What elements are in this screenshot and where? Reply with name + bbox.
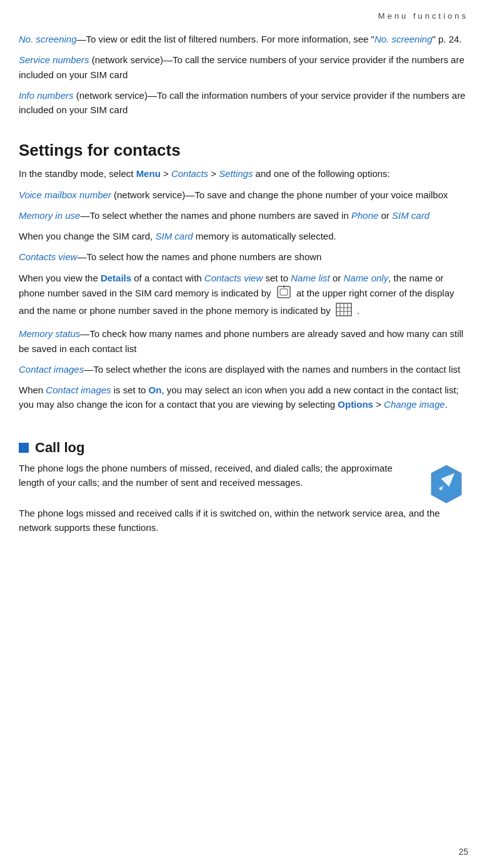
voice-mailbox-para: Voice mailbox number (network service)—T… <box>19 188 468 202</box>
voice-mailbox-text: (network service)—To save and change the… <box>111 189 448 200</box>
details-mid2: set to <box>263 273 291 283</box>
contacts-view-link: Contacts view <box>19 251 77 262</box>
when-mid: is set to <box>111 385 149 395</box>
call-log-row: The phone logs the phone numbers of miss… <box>19 461 468 506</box>
service-numbers-link: Service numbers <box>19 54 89 65</box>
call-log-heading-text: Call log <box>35 440 84 456</box>
svg-rect-1 <box>280 289 288 295</box>
contact-images-link: Contact images <box>19 364 84 375</box>
details-link: Details <box>101 273 131 283</box>
memory-in-use-link: Memory in use <box>19 210 80 221</box>
no-screening-link: No. screening <box>19 34 77 44</box>
menu-link: Menu <box>136 168 161 179</box>
sim-indicator-icon <box>276 285 291 303</box>
when-contact-images-text: When <box>19 385 46 395</box>
gt2: > <box>208 168 219 179</box>
standby-intro-para: In the standby mode, select Menu > Conta… <box>19 166 468 181</box>
or2: or <box>330 273 344 283</box>
service-numbers-para: Service numbers (network service)—To cal… <box>19 53 468 82</box>
gt3: > <box>373 399 384 410</box>
settings-heading: Settings for contacts <box>19 141 468 160</box>
sim-change-text: When you change the SIM card, <box>19 231 155 241</box>
call-log-text-area: The phone logs the phone numbers of miss… <box>19 461 418 497</box>
standby-intro-text: In the standby mode, select <box>19 168 136 179</box>
name-only-link: Name only <box>343 273 388 283</box>
no-screening-para: No. screening—To view or edit the list o… <box>19 32 468 46</box>
svg-rect-0 <box>278 286 290 298</box>
memory-in-use-text: —To select whether the names and phone n… <box>80 210 351 221</box>
phone-link: Phone <box>351 210 378 221</box>
name-list-link: Name list <box>291 273 330 283</box>
details-text3: . <box>357 305 359 316</box>
settings-link: Settings <box>219 168 253 179</box>
standby-end: and one of the following options: <box>253 168 389 179</box>
contacts-view2-link: Contacts view <box>204 273 263 283</box>
no-screening-text2: " p. 24. <box>432 34 461 44</box>
memory-status-para: Memory status—To check how many names an… <box>19 326 468 356</box>
when-contact-images-para: When Contact images is set to On, you ma… <box>19 383 468 412</box>
or-text: or <box>378 210 392 221</box>
contacts-link: Contacts <box>171 168 208 179</box>
change-image-link: Change image <box>384 399 445 410</box>
header-title: Menu functions <box>378 11 468 21</box>
info-numbers-text: (network service)—To call the informatio… <box>19 90 465 115</box>
call-log-para1: The phone logs the phone numbers of miss… <box>19 461 412 490</box>
phone-indicator-icon <box>336 303 352 320</box>
contacts-view-text: —To select how the names and phone numbe… <box>77 251 321 262</box>
info-numbers-para: Info numbers (network service)—To call t… <box>19 88 468 118</box>
sim-card-link: SIM card <box>392 210 429 221</box>
voice-mailbox-link: Voice mailbox number <box>19 189 111 200</box>
options-link: Options <box>338 399 373 410</box>
sim-change-para: When you change the SIM card, SIM card m… <box>19 229 468 243</box>
memory-in-use-para: Memory in use—To select whether the name… <box>19 208 468 223</box>
sim-change-text2: memory is automatically selected. <box>193 231 336 241</box>
page-header: Menu functions <box>0 0 487 27</box>
call-log-image-area <box>418 461 468 506</box>
no-screening-ref-link: No. screening <box>374 34 433 44</box>
call-log-bullet <box>19 443 29 453</box>
when-end: . <box>445 399 448 410</box>
details-para: When you view the Details of a contact w… <box>19 271 468 321</box>
page-number: 25 <box>458 847 468 857</box>
info-numbers-link: Info numbers <box>19 90 74 101</box>
contacts-view-para: Contacts view—To select how the names an… <box>19 250 468 264</box>
contact-images2-link: Contact images <box>46 385 111 395</box>
call-log-heading: Call log <box>19 440 468 456</box>
details-intro: When you view the <box>19 273 101 283</box>
call-log-satellite-icon <box>424 462 468 506</box>
memory-status-text: —To check how many names and phone numbe… <box>19 328 463 353</box>
memory-status-link: Memory status <box>19 328 80 339</box>
sim-card2-link: SIM card <box>155 231 193 241</box>
details-mid: of a contact with <box>131 273 204 283</box>
on-link: On <box>149 385 162 395</box>
contact-images-text: —To select whether the icons are display… <box>84 364 460 375</box>
no-screening-text: —To view or edit the list of filtered nu… <box>77 34 374 44</box>
contact-images-para: Contact images—To select whether the ico… <box>19 362 468 376</box>
call-log-para2: The phone logs missed and received calls… <box>19 506 468 535</box>
gt1: > <box>161 168 171 179</box>
